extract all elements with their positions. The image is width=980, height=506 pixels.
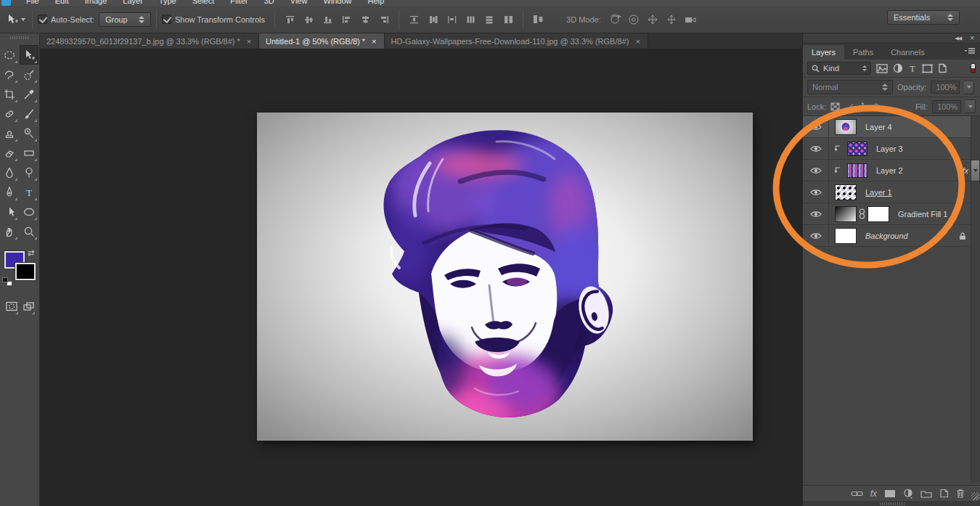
- document-tab-2[interactable]: Untitled-1 @ 50% (RGB/8) * ×: [259, 33, 385, 49]
- menu-3d[interactable]: 3D: [256, 0, 282, 5]
- workspace-switcher[interactable]: Essentials: [887, 10, 960, 25]
- crop-tool[interactable]: [0, 84, 19, 104]
- visibility-eye-icon[interactable]: [803, 225, 829, 246]
- canvas-artwork[interactable]: [257, 113, 753, 441]
- align-top-edges-icon[interactable]: [282, 12, 298, 28]
- collapse-effects-button[interactable]: [971, 160, 980, 181]
- blend-mode-dropdown[interactable]: Normal: [807, 80, 893, 94]
- visibility-eye-icon[interactable]: [803, 181, 829, 203]
- dodge-tool[interactable]: [20, 163, 38, 182]
- filtering-toggle-icon[interactable]: [971, 63, 976, 73]
- layer-name[interactable]: Background: [865, 232, 908, 240]
- layer-thumbnail[interactable]: [847, 142, 867, 156]
- filter-pixel-layers-icon[interactable]: [876, 64, 888, 73]
- align-right-edges-icon[interactable]: [376, 12, 392, 28]
- layer-effects-badge[interactable]: fx: [962, 166, 968, 175]
- lock-position-icon[interactable]: [858, 102, 867, 111]
- document-tab-3[interactable]: HD-Galaxy-Wallpapers-Free-Download-110.j…: [385, 33, 648, 49]
- close-tab-icon[interactable]: ×: [371, 37, 377, 46]
- auto-select-checkbox[interactable]: [38, 15, 47, 24]
- brush-tool[interactable]: [20, 104, 38, 123]
- pen-tool[interactable]: [0, 182, 19, 202]
- menu-view[interactable]: View: [282, 0, 316, 5]
- swap-colors-icon[interactable]: ⇄: [28, 248, 34, 258]
- close-panel-icon[interactable]: ×: [970, 34, 974, 42]
- layer-name[interactable]: Layer 1: [865, 188, 892, 197]
- visibility-eye-icon[interactable]: [803, 203, 829, 224]
- lock-all-icon[interactable]: [872, 102, 881, 111]
- distribute-bottom-edges-icon[interactable]: [444, 12, 460, 28]
- filter-adjustment-layers-icon[interactable]: [893, 63, 903, 73]
- opacity-dropdown-icon[interactable]: [964, 81, 974, 94]
- distribute-vertical-centers-icon[interactable]: [425, 12, 441, 28]
- distribute-left-edges-icon[interactable]: [462, 12, 478, 28]
- add-layer-mask-icon[interactable]: [884, 489, 896, 498]
- layer-name[interactable]: Layer 2: [876, 166, 903, 175]
- close-tab-icon[interactable]: ×: [634, 37, 640, 46]
- delete-layer-icon[interactable]: [956, 489, 965, 498]
- default-colors-icon[interactable]: [2, 277, 12, 286]
- filter-kind-dropdown[interactable]: Kind: [807, 62, 871, 75]
- elliptical-marquee-tool[interactable]: [0, 45, 19, 65]
- layer-name[interactable]: Gradient Fill 1: [898, 210, 947, 219]
- layer-row-layer4[interactable]: Layer 4: [803, 116, 980, 138]
- align-bottom-edges-icon[interactable]: [319, 12, 335, 28]
- document-tab-1[interactable]: 22489329570_6013f29137_b.jpg @ 33.3% (RG…: [40, 33, 259, 49]
- 3d-slide-icon[interactable]: [663, 12, 679, 28]
- filter-smart-objects-icon[interactable]: [938, 63, 947, 73]
- menu-file[interactable]: File: [18, 0, 47, 5]
- layer-row-layer1[interactable]: Layer 1: [803, 181, 980, 203]
- collapse-panels-icon[interactable]: ◀◀: [955, 36, 961, 41]
- mask-link-icon[interactable]: [859, 208, 865, 219]
- layer-name[interactable]: Layer 4: [865, 123, 892, 131]
- type-tool[interactable]: T: [20, 182, 38, 202]
- gradient-fill-thumbnail[interactable]: [835, 206, 857, 222]
- panel-grip[interactable]: [880, 502, 905, 505]
- hand-tool[interactable]: [0, 221, 19, 241]
- layer-thumbnail[interactable]: [847, 163, 867, 178]
- layer-thumbnail[interactable]: [835, 184, 857, 200]
- 3d-drag-icon[interactable]: [645, 12, 661, 28]
- panel-resize-grip[interactable]: [971, 492, 979, 500]
- layer-mask-thumbnail[interactable]: [867, 206, 889, 222]
- menu-help[interactable]: Help: [360, 0, 393, 5]
- quick-selection-tool[interactable]: [20, 65, 38, 84]
- visibility-eye-icon[interactable]: [803, 116, 829, 137]
- visibility-eye-icon[interactable]: [803, 160, 829, 181]
- 3d-rotate-icon[interactable]: [607, 12, 623, 28]
- menu-select[interactable]: Select: [184, 0, 223, 5]
- clone-stamp-tool[interactable]: [0, 123, 19, 143]
- tab-paths[interactable]: Paths: [844, 45, 882, 60]
- show-transform-controls-checkbox[interactable]: [162, 15, 171, 24]
- new-layer-icon[interactable]: [939, 489, 949, 498]
- new-group-icon[interactable]: [920, 489, 932, 498]
- align-left-edges-icon[interactable]: [338, 12, 354, 28]
- layer-style-fx-icon[interactable]: fx: [870, 489, 877, 499]
- layer-row-layer3[interactable]: Layer 3: [803, 138, 980, 160]
- lock-image-pixels-icon[interactable]: [844, 102, 854, 111]
- align-vertical-centers-icon[interactable]: [301, 12, 317, 28]
- layer-row-background[interactable]: Background: [803, 225, 980, 247]
- tool-preset-picker[interactable]: [6, 14, 25, 25]
- 3d-camera-icon[interactable]: [682, 12, 698, 28]
- tab-channels[interactable]: Channels: [882, 45, 933, 60]
- layer-row-layer2[interactable]: Layer 2 fx: [803, 160, 980, 181]
- background-color-swatch[interactable]: [15, 263, 36, 280]
- link-layers-icon[interactable]: [851, 490, 863, 497]
- align-horizontal-centers-icon[interactable]: [357, 12, 373, 28]
- quick-mask-mode-button[interactable]: [4, 296, 20, 316]
- panel-menu-icon[interactable]: [964, 47, 976, 57]
- distribute-horizontal-centers-icon[interactable]: [481, 12, 497, 28]
- healing-brush-tool[interactable]: [0, 104, 19, 123]
- close-tab-icon[interactable]: ×: [246, 37, 252, 46]
- eyedropper-tool[interactable]: [20, 84, 38, 104]
- fill-dropdown-icon[interactable]: [965, 99, 976, 113]
- move-tool[interactable]: [20, 45, 38, 65]
- distribute-right-edges-icon[interactable]: [500, 12, 516, 28]
- eraser-tool[interactable]: [0, 143, 19, 163]
- menu-layer[interactable]: Layer: [115, 0, 151, 5]
- menu-window[interactable]: Window: [315, 0, 359, 5]
- menu-edit[interactable]: Edit: [47, 0, 77, 5]
- menu-filter[interactable]: Filter: [222, 0, 256, 5]
- lock-transparent-pixels-icon[interactable]: [830, 102, 840, 111]
